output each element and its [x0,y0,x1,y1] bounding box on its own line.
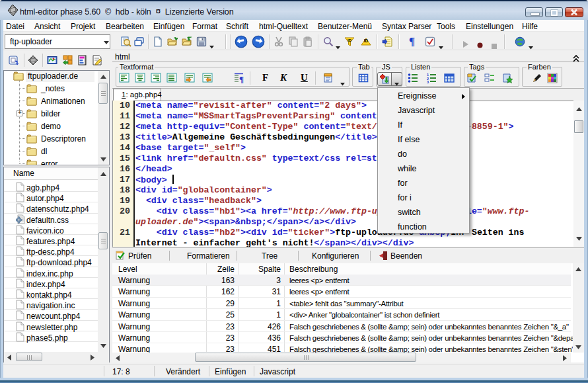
svg-text:¶: ¶ [239,74,244,83]
svg-text:ID: ID [348,38,352,42]
svg-text:3: 3 [427,80,429,83]
svg-text:ID: ID [364,38,369,43]
